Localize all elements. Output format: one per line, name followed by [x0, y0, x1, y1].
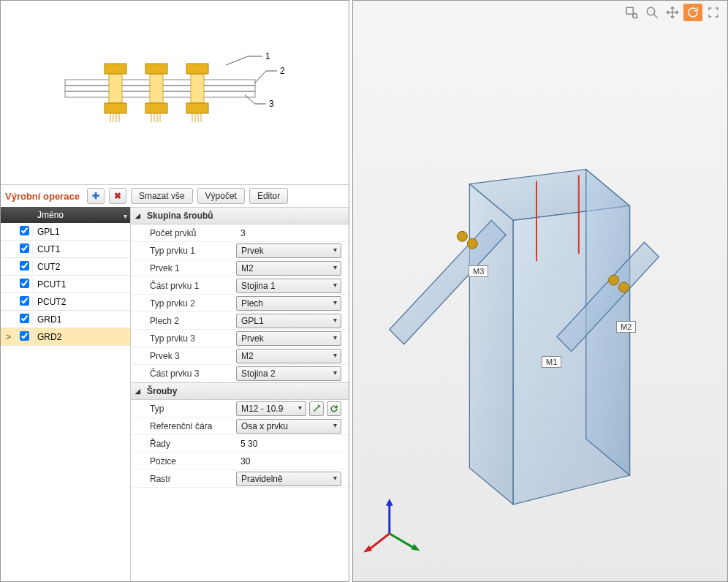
prop-dropdown[interactable]: Prvek [236, 331, 341, 346]
tree-header-name[interactable]: Jméno [37, 210, 64, 220]
plus-icon: ✚ [92, 191, 99, 201]
tree-header: Jméno▾ [1, 207, 130, 223]
delete-operation-button[interactable]: ✖ [109, 188, 126, 204]
prop-row: Část prvku 3Stojina 2 [131, 365, 349, 382]
prop-label: Část prvku 1 [150, 281, 236, 291]
prop-row: Typ prvku 2Plech [131, 295, 349, 312]
svg-rect-6 [105, 64, 126, 74]
svg-rect-9 [105, 103, 126, 113]
prop-label: Rastr [150, 474, 236, 484]
diagram-label-3: 3 [269, 99, 274, 109]
prop-dropdown[interactable]: Pravidelně [236, 472, 341, 486]
svg-rect-11 [186, 103, 208, 113]
group-bolts[interactable]: ◢ Šrouby [131, 382, 349, 400]
prop-row: Typ prvku 1Prvek [131, 242, 349, 260]
row-name: CUT1 [33, 244, 130, 254]
row-checkbox[interactable] [20, 314, 29, 323]
prop-label: Prvek 1 [150, 263, 236, 273]
row-checkbox[interactable] [20, 296, 29, 306]
prop-value-text[interactable]: 5 30 [236, 439, 257, 449]
tree-row-cut2[interactable]: CUT2 [1, 258, 130, 276]
svg-rect-3 [109, 74, 122, 103]
group-bolt-group-title: Skupina šroubů [147, 211, 213, 221]
row-name: GPL1 [33, 227, 130, 237]
prop-dropdown[interactable]: Stojina 1 [236, 279, 341, 293]
row-checkbox-cell [17, 243, 33, 255]
filter-icon[interactable]: ▾ [124, 212, 127, 220]
prop-row: Prvek 1M2 [131, 260, 349, 277]
prop-row: Prvek 3M2 [131, 347, 349, 365]
prop-dropdown[interactable]: Prvek [236, 243, 341, 258]
row-indicator: > [1, 332, 17, 342]
svg-marker-46 [412, 544, 420, 551]
prop-dropdown[interactable]: M2 [236, 349, 341, 363]
prop-value-text[interactable]: 30 [236, 456, 250, 466]
bolt-diagram: 1 2 3 [1, 1, 349, 185]
row-checkbox-cell [17, 314, 33, 325]
tree-row-cut1[interactable]: CUT1 [1, 241, 130, 258]
row-checkbox[interactable] [20, 331, 29, 341]
operations-toolbar: Výrobní operace ✚ ✖ Smazat vše Výpočet E… [1, 185, 349, 207]
tree-row-gpl1[interactable]: GPL1 [1, 223, 130, 241]
caret-icon: ◢ [135, 212, 143, 219]
prop-label: Plech 2 [150, 316, 236, 326]
svg-point-39 [457, 231, 467, 241]
add-operation-button[interactable]: ✚ [87, 188, 105, 204]
group-bolt-group[interactable]: ◢ Skupina šroubů [131, 207, 349, 224]
svg-rect-8 [186, 64, 208, 74]
operations-tree: Jméno▾ GPL1CUT1CUT2PCUT1PCUT2GRD1>GRD2 [1, 207, 131, 581]
model-label-m1[interactable]: M1 [542, 356, 561, 368]
prop-dropdown[interactable]: Plech [236, 296, 341, 311]
delete-all-button[interactable]: Smazat vše [131, 188, 193, 204]
diagram-label-2: 2 [280, 66, 285, 76]
row-checkbox[interactable] [20, 243, 29, 253]
svg-rect-5 [191, 74, 204, 103]
prop-row: TypM12 - 10.9 [131, 400, 349, 417]
group-bolts-title: Šrouby [147, 386, 177, 396]
svg-marker-48 [363, 545, 372, 553]
tree-row-pcut2[interactable]: PCUT2 [1, 293, 130, 311]
lower-split: Jméno▾ GPL1CUT1CUT2PCUT1PCUT2GRD1>GRD2 ◢… [1, 207, 349, 581]
prop-label: Část prvku 3 [150, 369, 236, 379]
model-label-m3[interactable]: M3 [469, 265, 488, 277]
prop-label: Řady [150, 439, 236, 449]
prop-dropdown[interactable]: Stojina 2 [236, 366, 341, 381]
model-label-m2[interactable]: M2 [616, 321, 636, 333]
svg-rect-4 [150, 74, 163, 103]
prop-dropdown[interactable]: Osa x prvku [236, 419, 341, 434]
row-name: PCUT1 [33, 279, 130, 290]
x-icon: ✖ [114, 191, 121, 201]
prop-label: Typ prvku 1 [150, 246, 236, 256]
editor-button[interactable]: Editor [249, 188, 288, 204]
svg-marker-44 [386, 499, 393, 506]
svg-point-40 [467, 238, 477, 249]
tree-row-pcut1[interactable]: PCUT1 [1, 276, 130, 293]
pencil-button[interactable] [309, 401, 324, 416]
prop-dropdown[interactable]: M12 - 10.9 [236, 401, 306, 416]
viewport-3d[interactable]: M3M1M2 [352, 0, 728, 582]
operations-title: Výrobní operace [5, 191, 80, 202]
prop-dropdown[interactable]: GPL1 [236, 314, 341, 328]
svg-point-42 [619, 282, 629, 292]
model-canvas[interactable] [353, 1, 727, 581]
row-checkbox[interactable] [20, 261, 29, 271]
cycle-button[interactable] [327, 401, 341, 416]
prop-label: Prvek 3 [150, 351, 236, 361]
tree-row-grd2[interactable]: >GRD2 [1, 328, 130, 346]
prop-label: Referenční čára [150, 421, 236, 431]
prop-row: Referenční čáraOsa x prvku [131, 417, 349, 435]
row-checkbox[interactable] [20, 226, 29, 235]
row-checkbox[interactable] [20, 279, 29, 288]
row-checkbox-cell [17, 296, 33, 308]
prop-value-text[interactable]: 3 [236, 228, 246, 238]
prop-dropdown[interactable]: M2 [236, 261, 341, 276]
calculate-button[interactable]: Výpočet [197, 188, 245, 204]
prop-row: Typ prvku 3Prvek [131, 330, 349, 347]
properties-pane: ◢ Skupina šroubů Počet prvků3Typ prvku 1… [131, 207, 349, 581]
prop-row: RastrPravidelně [131, 470, 349, 488]
svg-point-41 [609, 275, 619, 285]
tree-row-grd1[interactable]: GRD1 [1, 311, 130, 328]
prop-row: Řady5 30 [131, 435, 349, 453]
prop-row: Plech 2GPL1 [131, 312, 349, 330]
row-name: GRD2 [33, 332, 130, 342]
